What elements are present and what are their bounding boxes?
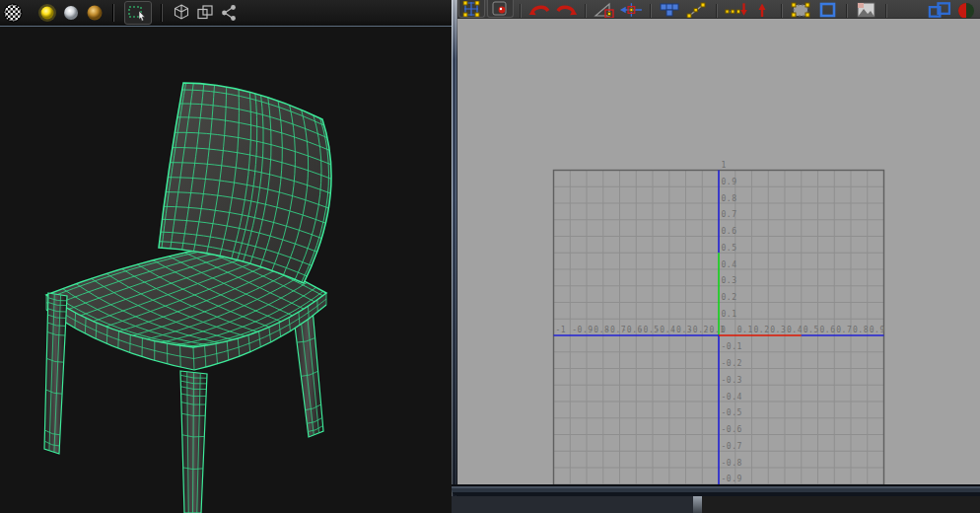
align-down-button[interactable] — [724, 1, 748, 18]
white-sphere-icon[interactable] — [60, 2, 82, 24]
axis-tick-label: -0.5 — [722, 408, 742, 417]
maya-workspace: { "left_toolbar": { "icons": ["checker-s… — [0, 0, 980, 513]
toolbar-separator — [716, 4, 719, 18]
share-icon[interactable] — [218, 2, 240, 24]
select-tool-icon[interactable] — [124, 1, 152, 25]
toolbar-separator — [585, 4, 588, 18]
axis-tick-label: 0.7 — [836, 326, 852, 334]
axis-tick-label: -0.2 — [722, 359, 742, 368]
checker-sphere-icon[interactable] — [2, 2, 24, 24]
axis-tick-label: 0 — [721, 326, 726, 334]
layout-squares-button[interactable] — [928, 1, 952, 18]
axis-tick-label: 0.2 — [754, 326, 770, 334]
wireframe-chair — [0, 0, 452, 513]
cube-icon[interactable] — [171, 2, 192, 24]
axis-tick-label: -0.6 — [722, 425, 742, 434]
axis-tick-label: 0.8 — [853, 326, 869, 334]
flip-uv-button[interactable] — [594, 1, 618, 18]
move-uv-button[interactable] — [619, 1, 644, 18]
axis-tick-label: 0.1 — [722, 310, 737, 319]
background-window-edge — [693, 496, 702, 513]
marquee-dots-button[interactable] — [790, 1, 814, 18]
axis-tick-label: 0.4 — [787, 326, 803, 334]
axis-tick-label: 0.2 — [722, 293, 737, 302]
toolbar-separator — [781, 4, 784, 18]
axis-tick-label: -0.8 — [722, 459, 742, 468]
uv-editor-canvas[interactable]: -1-0.9-0.8-0.7-0.6-0.5-0.4-0.3-0.2-0.100… — [457, 19, 980, 484]
overlap-squares-icon[interactable] — [194, 2, 216, 24]
axis-tick-label: -0.9 — [722, 475, 742, 483]
axis-tick-label: 0.3 — [770, 326, 786, 334]
sew-up-button[interactable] — [750, 1, 775, 18]
axis-tick-label: 0.5 — [804, 326, 819, 334]
perspective-viewport[interactable] — [0, 0, 452, 513]
snapshot-button[interactable] — [855, 1, 879, 18]
border-square-button[interactable] — [815, 1, 840, 18]
axis-tick-label: -0.4 — [722, 393, 742, 402]
toolbar-separator — [520, 4, 523, 18]
axis-tick-label: 0.6 — [820, 326, 836, 334]
toolbar-separator — [885, 4, 888, 18]
uv-editor-toolbar — [457, 0, 980, 19]
gold-sphere-icon[interactable] — [84, 2, 105, 24]
axis-tick-label: 0.7 — [722, 210, 737, 219]
toolbar-separator — [650, 4, 653, 18]
axis-tick-label: -0.7 — [722, 442, 742, 451]
shaded-sphere-button[interactable] — [954, 1, 979, 18]
axis-tick-label: -0.1 — [722, 342, 742, 351]
toolbar-separator — [112, 4, 115, 22]
rotate-ccw-button[interactable] — [527, 1, 552, 18]
axis-tick-label: -1 — [556, 326, 567, 334]
uv-grid: -1-0.9-0.8-0.7-0.6-0.5-0.4-0.3-0.2-0.100… — [457, 19, 980, 484]
axis-tick-label: 0.1 — [737, 326, 753, 334]
cut-uv-button[interactable] — [685, 1, 710, 18]
viewport-canvas[interactable] — [0, 26, 452, 513]
yellow-sphere-icon[interactable] — [36, 2, 58, 24]
toolbar-separator — [846, 4, 849, 18]
grid-block-button[interactable] — [659, 1, 683, 18]
axis-tick-label: 0.9 — [722, 178, 737, 186]
axis-tick-label: 0.5 — [722, 244, 737, 253]
desktop-background — [452, 496, 980, 513]
axis-tick-label: 0.8 — [722, 194, 737, 203]
axis-tick-label: 0.9 — [870, 326, 885, 334]
toolbar-separator — [161, 4, 164, 22]
axis-tick-label: 1 — [722, 161, 727, 170]
uv-smudge-button[interactable] — [487, 0, 514, 18]
axis-tick-label: -0.3 — [722, 376, 742, 385]
rotate-cw-button[interactable] — [554, 1, 579, 18]
axis-tick-label: 0.3 — [722, 276, 737, 285]
window-bottom-border[interactable] — [452, 484, 980, 496]
uv-lattice-button[interactable] — [458, 0, 485, 18]
axis-tick-label: 0.4 — [722, 260, 737, 269]
viewport-toolbar — [0, 0, 452, 27]
axis-tick-label: 0.6 — [722, 227, 737, 236]
background-panel-left — [452, 496, 693, 513]
uv-editor-window[interactable]: -1-0.9-0.8-0.7-0.6-0.5-0.4-0.3-0.2-0.100… — [452, 0, 980, 496]
